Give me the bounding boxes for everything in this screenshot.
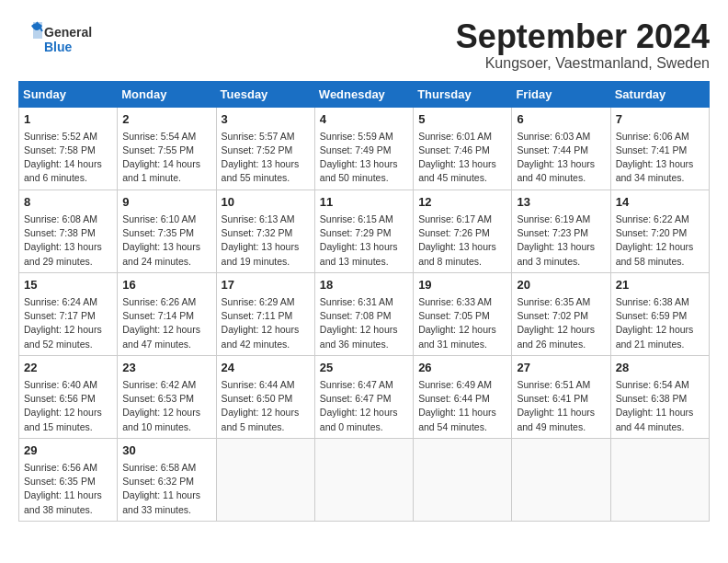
calendar-cell: 4Sunrise: 5:59 AMSunset: 7:49 PMDaylight… xyxy=(314,107,413,190)
svg-text:General: General xyxy=(44,25,92,40)
month-title: September 2024 xyxy=(456,18,710,55)
calendar-cell: 11Sunrise: 6:15 AMSunset: 7:29 PMDayligh… xyxy=(314,190,413,272)
day-number: 3 xyxy=(222,111,310,128)
calendar-cell: 30Sunrise: 6:58 AMSunset: 6:32 PMDayligh… xyxy=(118,438,216,521)
calendar-day-header-friday: Friday xyxy=(512,81,610,107)
day-info: Sunrise: 6:38 AMSunset: 6:59 PMDaylight:… xyxy=(616,295,704,351)
logo-text-wrap: General Blue xyxy=(18,18,101,63)
calendar-day-header-thursday: Thursday xyxy=(414,81,512,107)
location-subtitle: Kungsoer, Vaestmanland, Sweden xyxy=(456,55,710,72)
day-info: Sunrise: 6:13 AMSunset: 7:32 PMDaylight:… xyxy=(222,213,310,269)
calendar-day-header-sunday: Sunday xyxy=(19,81,118,107)
day-number: 7 xyxy=(616,111,704,128)
day-number: 18 xyxy=(320,277,408,293)
day-info: Sunrise: 5:52 AMSunset: 7:58 PMDaylight:… xyxy=(24,130,112,186)
calendar-cell: 9Sunrise: 6:10 AMSunset: 7:35 PMDaylight… xyxy=(118,190,216,272)
day-number: 6 xyxy=(517,111,605,128)
page-header: General Blue September 2024 Kungsoer, Va… xyxy=(18,18,710,72)
day-number: 30 xyxy=(122,442,210,459)
day-number: 2 xyxy=(122,111,210,128)
day-info: Sunrise: 6:15 AMSunset: 7:29 PMDaylight:… xyxy=(320,213,408,269)
calendar-cell: 2Sunrise: 5:54 AMSunset: 7:55 PMDaylight… xyxy=(118,107,216,190)
day-number: 24 xyxy=(222,360,310,376)
calendar-cell: 20Sunrise: 6:35 AMSunset: 7:02 PMDayligh… xyxy=(512,272,610,355)
day-info: Sunrise: 6:22 AMSunset: 7:20 PMDaylight:… xyxy=(616,213,704,269)
calendar-cell: 17Sunrise: 6:29 AMSunset: 7:11 PMDayligh… xyxy=(216,272,314,355)
day-number: 20 xyxy=(517,277,605,293)
day-info: Sunrise: 5:54 AMSunset: 7:55 PMDaylight:… xyxy=(122,130,210,186)
day-info: Sunrise: 6:56 AMSunset: 6:35 PMDaylight:… xyxy=(24,461,112,517)
title-block: September 2024 Kungsoer, Vaestmanland, S… xyxy=(456,18,710,72)
day-number: 11 xyxy=(320,194,408,211)
calendar-cell xyxy=(610,438,709,521)
day-info: Sunrise: 6:42 AMSunset: 6:53 PMDaylight:… xyxy=(122,378,210,434)
day-info: Sunrise: 6:33 AMSunset: 7:05 PMDaylight:… xyxy=(418,295,506,351)
calendar-week-row-3: 15Sunrise: 6:24 AMSunset: 7:17 PMDayligh… xyxy=(19,272,710,355)
calendar-cell: 26Sunrise: 6:49 AMSunset: 6:44 PMDayligh… xyxy=(414,355,512,438)
calendar-cell: 27Sunrise: 6:51 AMSunset: 6:41 PMDayligh… xyxy=(512,355,610,438)
calendar-cell: 21Sunrise: 6:38 AMSunset: 6:59 PMDayligh… xyxy=(610,272,709,355)
calendar-cell: 13Sunrise: 6:19 AMSunset: 7:23 PMDayligh… xyxy=(512,190,610,272)
day-number: 29 xyxy=(24,442,112,459)
day-number: 14 xyxy=(616,194,704,211)
day-info: Sunrise: 6:03 AMSunset: 7:44 PMDaylight:… xyxy=(517,130,605,186)
calendar-cell: 3Sunrise: 5:57 AMSunset: 7:52 PMDaylight… xyxy=(216,107,314,190)
day-info: Sunrise: 6:35 AMSunset: 7:02 PMDaylight:… xyxy=(517,295,605,351)
day-number: 1 xyxy=(24,111,112,128)
calendar-table: SundayMondayTuesdayWednesdayThursdayFrid… xyxy=(18,81,710,522)
logo: General Blue xyxy=(18,18,101,63)
calendar-cell: 14Sunrise: 6:22 AMSunset: 7:20 PMDayligh… xyxy=(610,190,709,272)
calendar-cell xyxy=(414,438,512,521)
calendar-cell: 23Sunrise: 6:42 AMSunset: 6:53 PMDayligh… xyxy=(118,355,216,438)
calendar-day-header-wednesday: Wednesday xyxy=(314,81,413,107)
day-info: Sunrise: 6:29 AMSunset: 7:11 PMDaylight:… xyxy=(222,295,310,351)
day-info: Sunrise: 6:49 AMSunset: 6:44 PMDaylight:… xyxy=(418,378,506,434)
calendar-cell xyxy=(216,438,314,521)
day-number: 19 xyxy=(418,277,506,293)
day-info: Sunrise: 6:54 AMSunset: 6:38 PMDaylight:… xyxy=(616,378,704,434)
calendar-cell: 24Sunrise: 6:44 AMSunset: 6:50 PMDayligh… xyxy=(216,355,314,438)
day-number: 9 xyxy=(122,194,210,211)
day-number: 12 xyxy=(418,194,506,211)
day-info: Sunrise: 6:17 AMSunset: 7:26 PMDaylight:… xyxy=(418,213,506,269)
day-info: Sunrise: 6:47 AMSunset: 6:47 PMDaylight:… xyxy=(320,378,408,434)
day-info: Sunrise: 5:57 AMSunset: 7:52 PMDaylight:… xyxy=(222,130,310,186)
day-number: 28 xyxy=(616,360,704,376)
day-number: 13 xyxy=(517,194,605,211)
day-info: Sunrise: 6:08 AMSunset: 7:38 PMDaylight:… xyxy=(24,213,112,269)
day-number: 10 xyxy=(222,194,310,211)
day-info: Sunrise: 6:10 AMSunset: 7:35 PMDaylight:… xyxy=(122,213,210,269)
day-number: 22 xyxy=(24,360,112,376)
day-info: Sunrise: 6:58 AMSunset: 6:32 PMDaylight:… xyxy=(122,461,210,517)
day-info: Sunrise: 6:31 AMSunset: 7:08 PMDaylight:… xyxy=(320,295,408,351)
day-info: Sunrise: 6:01 AMSunset: 7:46 PMDaylight:… xyxy=(418,130,506,186)
day-info: Sunrise: 5:59 AMSunset: 7:49 PMDaylight:… xyxy=(320,130,408,186)
calendar-cell: 25Sunrise: 6:47 AMSunset: 6:47 PMDayligh… xyxy=(314,355,413,438)
calendar-cell: 16Sunrise: 6:26 AMSunset: 7:14 PMDayligh… xyxy=(118,272,216,355)
day-info: Sunrise: 6:51 AMSunset: 6:41 PMDaylight:… xyxy=(517,378,605,434)
day-number: 25 xyxy=(320,360,408,376)
calendar-day-header-saturday: Saturday xyxy=(610,81,709,107)
day-number: 15 xyxy=(24,277,112,293)
day-number: 4 xyxy=(320,111,408,128)
calendar-cell xyxy=(512,438,610,521)
calendar-day-header-monday: Monday xyxy=(118,81,216,107)
calendar-cell: 5Sunrise: 6:01 AMSunset: 7:46 PMDaylight… xyxy=(414,107,512,190)
day-number: 23 xyxy=(122,360,210,376)
calendar-day-header-tuesday: Tuesday xyxy=(216,81,314,107)
calendar-cell: 8Sunrise: 6:08 AMSunset: 7:38 PMDaylight… xyxy=(19,190,118,272)
day-info: Sunrise: 6:40 AMSunset: 6:56 PMDaylight:… xyxy=(24,378,112,434)
day-number: 8 xyxy=(24,194,112,211)
calendar-cell: 19Sunrise: 6:33 AMSunset: 7:05 PMDayligh… xyxy=(414,272,512,355)
calendar-week-row-5: 29Sunrise: 6:56 AMSunset: 6:35 PMDayligh… xyxy=(19,438,710,521)
day-info: Sunrise: 6:24 AMSunset: 7:17 PMDaylight:… xyxy=(24,295,112,351)
calendar-cell: 10Sunrise: 6:13 AMSunset: 7:32 PMDayligh… xyxy=(216,190,314,272)
calendar-cell: 29Sunrise: 6:56 AMSunset: 6:35 PMDayligh… xyxy=(19,438,118,521)
day-info: Sunrise: 6:19 AMSunset: 7:23 PMDaylight:… xyxy=(517,213,605,269)
calendar-week-row-2: 8Sunrise: 6:08 AMSunset: 7:38 PMDaylight… xyxy=(19,190,710,272)
day-info: Sunrise: 6:44 AMSunset: 6:50 PMDaylight:… xyxy=(222,378,310,434)
calendar-cell: 28Sunrise: 6:54 AMSunset: 6:38 PMDayligh… xyxy=(610,355,709,438)
day-number: 21 xyxy=(616,277,704,293)
day-number: 26 xyxy=(418,360,506,376)
day-info: Sunrise: 6:26 AMSunset: 7:14 PMDaylight:… xyxy=(122,295,210,351)
